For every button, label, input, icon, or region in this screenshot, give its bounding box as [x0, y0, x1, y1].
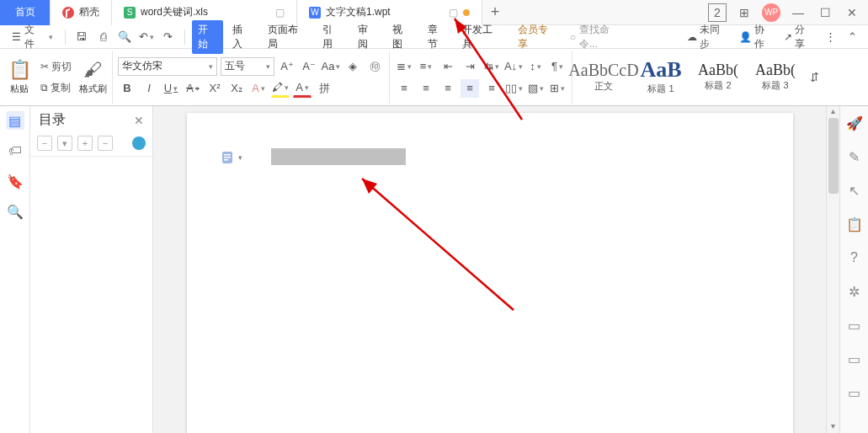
search-panel-icon[interactable]: 🔍: [6, 202, 24, 221]
borders-icon[interactable]: ⊞▾: [548, 79, 567, 98]
style-normal[interactable]: AaBbCcD 正文: [578, 56, 630, 98]
pointer-icon[interactable]: ↖: [846, 182, 863, 199]
decrease-indent-icon[interactable]: ⇤: [439, 57, 457, 76]
print-icon[interactable]: ⎙: [94, 28, 113, 46]
bookmark-icon[interactable]: 🔖: [6, 172, 24, 190]
rocket-icon[interactable]: 🚀: [846, 115, 863, 131]
menu-references[interactable]: 引用: [317, 20, 349, 54]
close-outline-icon[interactable]: ✕: [134, 114, 144, 127]
grid-apps-icon[interactable]: ⊞: [735, 3, 754, 22]
tool-a-icon[interactable]: ▭: [846, 317, 863, 334]
close-button[interactable]: ✕: [843, 3, 861, 22]
sort-icon[interactable]: A↓▾: [504, 57, 523, 76]
style-heading1[interactable]: AaB 标题 1: [635, 56, 687, 98]
maximize-button[interactable]: ☐: [816, 3, 834, 22]
align-justify-icon[interactable]: ≡: [461, 79, 479, 98]
expand-all-icon[interactable]: ▾: [57, 136, 72, 151]
scroll-up-icon[interactable]: ▴: [827, 106, 839, 118]
align-center-icon[interactable]: ≡: [417, 79, 435, 98]
tool-c-icon[interactable]: ▭: [846, 384, 863, 401]
pen-icon[interactable]: ✎: [846, 148, 863, 165]
strike-icon[interactable]: A▾: [184, 79, 202, 98]
bold-icon[interactable]: B: [118, 79, 136, 98]
more-icon[interactable]: ⋮: [822, 28, 840, 46]
cut-button[interactable]: ✂剪切: [37, 58, 75, 76]
align-right-icon[interactable]: ≡: [439, 79, 457, 98]
shading-icon[interactable]: ▧▾: [526, 79, 545, 98]
circled-char-icon[interactable]: ㊞: [365, 57, 384, 76]
menu-vip[interactable]: 会员专享: [512, 20, 563, 54]
outline-panel-icon[interactable]: ▤: [6, 111, 24, 130]
bookmark-bag-icon[interactable]: 🏷: [6, 142, 24, 160]
line-spacing-icon[interactable]: ↕▾: [526, 57, 545, 76]
collapse-ribbon-icon[interactable]: ⌃: [843, 28, 861, 46]
style-heading3[interactable]: AaBb( 标题 3: [749, 56, 801, 98]
tab-stops-icon[interactable]: ↹▾: [482, 57, 501, 76]
minimize-button[interactable]: —: [789, 3, 807, 22]
scroll-down-icon[interactable]: ▾: [827, 421, 839, 433]
pinyin-icon[interactable]: 拼: [315, 79, 333, 98]
font-size-combo[interactable]: 五号▾: [221, 57, 274, 76]
tab-window-icon[interactable]: ▢: [449, 7, 458, 19]
change-case-icon[interactable]: Aa▾: [322, 57, 340, 76]
redo-icon[interactable]: ↷: [159, 28, 178, 46]
format-painter-button[interactable]: 🖌 格式刷: [78, 59, 107, 95]
page[interactable]: ▾: [187, 113, 793, 433]
outline-body[interactable]: [30, 156, 152, 433]
font-color-icon[interactable]: A▾: [293, 79, 312, 98]
menu-dev-tools[interactable]: 开发工具: [456, 20, 508, 54]
share-button[interactable]: ↗ 分享: [780, 23, 817, 51]
preview-icon[interactable]: 🔍: [116, 28, 135, 46]
menu-insert[interactable]: 插入: [226, 20, 258, 54]
styles-more-icon[interactable]: ⇵: [805, 68, 823, 87]
menu-review[interactable]: 审阅: [352, 20, 384, 54]
tab-docer[interactable]: 稻壳: [51, 0, 112, 25]
italic-icon[interactable]: I: [140, 79, 158, 98]
coop-button[interactable]: 👤 协作: [736, 23, 777, 51]
scroll-thumb[interactable]: [828, 118, 839, 194]
document-area[interactable]: ▾: [153, 106, 826, 433]
highlight-icon[interactable]: 🖍▾: [271, 79, 290, 98]
clipboard-icon[interactable]: 📋: [846, 216, 863, 233]
command-search[interactable]: ○ 查找命令...: [570, 23, 627, 51]
vertical-scrollbar[interactable]: ▴ ▾: [826, 106, 839, 433]
help-icon[interactable]: ?: [846, 249, 863, 266]
unsync-button[interactable]: ☁ 未同步: [684, 23, 732, 51]
grow-font-icon[interactable]: A⁺: [278, 57, 296, 76]
numbering-icon[interactable]: ≡▾: [417, 57, 435, 76]
copy-button[interactable]: ⧉复制: [37, 79, 75, 97]
menu-page-layout[interactable]: 页面布局: [262, 20, 313, 54]
add-item-icon[interactable]: +: [77, 136, 93, 151]
shrink-font-icon[interactable]: A⁻: [300, 57, 318, 76]
file-menu[interactable]: ☰ 文件▾: [7, 21, 58, 53]
collapse-all-icon[interactable]: −: [37, 136, 52, 151]
subscript-icon[interactable]: X₂: [227, 79, 246, 98]
layout-indicator[interactable]: 2: [708, 3, 727, 22]
menu-view[interactable]: 视图: [386, 20, 418, 54]
outline-settings-icon[interactable]: [132, 136, 146, 150]
columns-icon[interactable]: ▯▯▾: [504, 79, 523, 98]
menu-start[interactable]: 开始: [192, 20, 224, 54]
bullets-icon[interactable]: ≣▾: [395, 57, 413, 76]
menu-sections[interactable]: 章节: [422, 20, 454, 54]
style-heading2[interactable]: AaBb( 标题 2: [692, 56, 744, 98]
underline-icon[interactable]: U▾: [162, 79, 180, 98]
increase-indent-icon[interactable]: ⇥: [461, 57, 479, 76]
text-selection[interactable]: [271, 148, 406, 165]
tab-window-icon[interactable]: ▢: [275, 7, 285, 19]
undo-icon[interactable]: ↶▾: [137, 28, 156, 46]
tool-b-icon[interactable]: ▭: [846, 350, 863, 367]
user-avatar[interactable]: WP: [762, 3, 780, 22]
paragraph-handle-icon[interactable]: ▾: [221, 150, 236, 165]
paste-button[interactable]: 📋 粘贴: [5, 59, 34, 95]
new-tab-button[interactable]: +: [482, 3, 508, 21]
text-effect-icon[interactable]: A▾: [249, 79, 268, 98]
align-left-icon[interactable]: ≡: [395, 79, 413, 98]
align-distribute-icon[interactable]: ≡: [482, 79, 501, 98]
remove-item-icon[interactable]: −: [98, 136, 113, 151]
show-marks-icon[interactable]: ¶▾: [548, 57, 567, 76]
save-icon[interactable]: 🖫: [72, 28, 91, 46]
clear-format-icon[interactable]: ◈: [343, 57, 362, 76]
font-name-combo[interactable]: 华文仿宋▾: [118, 57, 217, 76]
style-pane-icon[interactable]: ✲: [846, 283, 863, 300]
